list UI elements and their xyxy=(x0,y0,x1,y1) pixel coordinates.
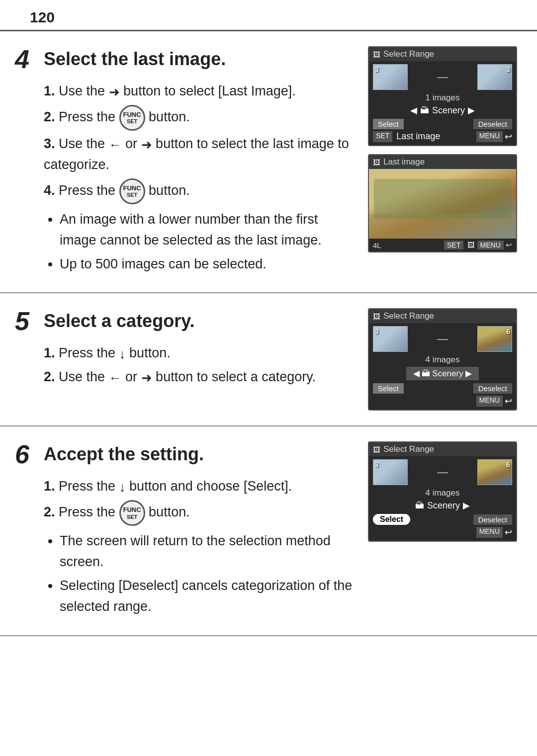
cam-menu-row-5: MENU ↩ xyxy=(373,396,512,407)
cam-back-arrow-big: ↩ xyxy=(506,241,512,249)
cam-body-5: 3 — 6 4 images ◀ 🏔 Scenery ▶ xyxy=(369,323,516,410)
cam-select-label-5: Select xyxy=(373,383,404,394)
cam-thumb-right-label-5: 6 xyxy=(506,328,510,336)
arrow-next-icon-6: ▶ xyxy=(463,500,470,511)
cam-thumb-right-label: 3 xyxy=(506,66,510,74)
cam-bottom-row-6: Select Deselect xyxy=(373,514,512,525)
cam-big-icon-label: 🖼 xyxy=(467,241,475,249)
cam-select-active-label: Select xyxy=(373,514,410,525)
section-5: 5 Select a category. 1. Press the ↓ butt… xyxy=(0,293,537,426)
cam-images-row-6: 3 — 6 xyxy=(373,459,512,485)
cam-category-box: ◀ 🏔 Scenery ▶ xyxy=(406,367,478,380)
step-5-body: 1. Press the ↓ button. 2. Use the ← or ➜… xyxy=(44,343,353,388)
cam-menu-row-6: MENU ↩ xyxy=(373,527,512,538)
list-item: 2. Press the FUNC SET button. xyxy=(44,500,353,526)
list-item: Selecting [Deselect] cancels categorizat… xyxy=(60,576,353,617)
cam-big-image xyxy=(369,169,516,239)
cam-thumb-left-6: 3 xyxy=(373,459,408,485)
cam-big-title: 🖼 Last image xyxy=(369,155,516,169)
cam-category-row: ◀ 🏔 Scenery ▶ xyxy=(373,105,512,116)
cam-dash-6: — xyxy=(437,466,448,479)
func-set-button-icon: FUNC SET xyxy=(119,105,145,131)
arrow-prev-icon-5: ◀ xyxy=(413,368,420,379)
cam-title-label-6: Select Range xyxy=(383,444,434,454)
cam-select-label: Select xyxy=(373,119,404,129)
cam-menu-row: SET Last image MENU ↩ xyxy=(373,131,512,142)
last-image-icon: 🖼 xyxy=(373,158,380,167)
step-6-body: 1. Press the ↓ button and choose [Select… xyxy=(44,476,353,617)
step-5-title: Select a category. xyxy=(44,311,195,332)
list-item: 3. Use the ← or ➜ button to select the l… xyxy=(44,134,353,175)
cam-dash-5: — xyxy=(437,333,448,345)
cam-images-row-5: 3 — 6 xyxy=(373,326,512,352)
cam-set-tag-big: SET xyxy=(444,241,463,250)
page-number: 120 xyxy=(0,0,537,31)
list-item: 2. Use the ← or ➜ button to select a cat… xyxy=(44,367,353,388)
func-set-button-icon: FUNC SET xyxy=(119,178,145,204)
cam-category-icon: 🏔 xyxy=(420,105,429,116)
func-set-button-icon-6: FUNC SET xyxy=(119,500,145,526)
cam-big-screen-last-image: 🖼 Last image 4L SET 🖼 MENU ↩ xyxy=(368,154,517,252)
cam-back-arrow-6: ↩ xyxy=(505,527,512,538)
arrow-down-icon-6: ↓ xyxy=(119,477,126,497)
cam-thumb-right-6: 6 xyxy=(477,459,512,485)
cam-thumb-left-5: 3 xyxy=(373,326,408,352)
cam-big-set-menu: SET 🖼 MENU ↩ xyxy=(444,241,512,250)
cam-category-label-5: Scenery xyxy=(432,369,463,379)
cam-screen-select-range-5: 🖼 Select Range 3 — 6 4 images ◀ xyxy=(368,308,517,411)
step-4-body: 1. Use the ➜ button to select [Last Imag… xyxy=(44,81,353,274)
cam-deselect-label: Deselect xyxy=(473,119,512,129)
list-item: 1. Use the ➜ button to select [Last Imag… xyxy=(44,81,353,102)
step-5-header: 5 Select a category. xyxy=(15,308,353,334)
cam-title-label-5: Select Range xyxy=(383,311,434,321)
step-4-header: 4 Select the last image. xyxy=(15,46,353,72)
section-5-left: 5 Select a category. 1. Press the ↓ butt… xyxy=(15,308,368,411)
select-range-icon-5: 🖼 xyxy=(373,312,380,321)
cam-dash: — xyxy=(437,71,448,84)
cam-images-count: 1 images xyxy=(373,93,512,103)
arrow-next-icon-5: ▶ xyxy=(465,368,472,379)
cam-screen-select-range-6: 🖼 Select Range 3 — 6 4 images 🏔 Scenery xyxy=(368,441,517,542)
list-item: 1. Press the ↓ button and choose [Select… xyxy=(44,476,353,497)
cam-big-bottom: 4L SET 🖼 MENU ↩ xyxy=(369,239,516,252)
arrow-right-icon: ➜ xyxy=(109,82,120,102)
step-6-title: Accept the setting. xyxy=(44,444,204,465)
list-item: An image with a lower number than the fi… xyxy=(60,209,353,251)
cam-menu-tag-6: MENU xyxy=(476,527,503,538)
list-item: The screen will return to the selection … xyxy=(60,531,353,573)
cam-title-bar-5: 🖼 Select Range xyxy=(369,309,516,323)
cam-menu-tag: MENU xyxy=(476,131,503,142)
cam-set-tag: SET xyxy=(373,131,392,142)
list-item: 4. Press the FUNC SET button. xyxy=(44,178,353,204)
arrow-down-icon: ↓ xyxy=(119,344,126,364)
cam-category-row-5: ◀ 🏔 Scenery ▶ xyxy=(373,367,512,380)
cam-category-icon-5: 🏔 xyxy=(422,369,430,379)
section-4-right: 🖼 Select Range 3 — 3 1 images ◀ 🏔 xyxy=(368,46,517,277)
cam-size-label: 4L xyxy=(373,241,381,250)
step-5-number: 5 xyxy=(15,308,37,334)
cam-category-label: Scenery xyxy=(432,105,465,116)
cam-deselect-label-5: Deselect xyxy=(473,383,512,394)
arrow-right-icon: ➜ xyxy=(141,135,152,155)
section-4: 4 Select the last image. 1. Use the ➜ bu… xyxy=(0,31,537,293)
step-4-title: Select the last image. xyxy=(44,49,226,70)
arrow-left-icon: ← xyxy=(109,368,122,388)
section-4-left: 4 Select the last image. 1. Use the ➜ bu… xyxy=(15,46,368,277)
cam-images-count-5: 4 images xyxy=(373,355,512,365)
cam-images-row: 3 — 3 xyxy=(373,64,512,90)
cam-thumb-left: 3 xyxy=(373,64,408,90)
step-6-header: 6 Accept the setting. xyxy=(15,441,353,467)
section-6-left: 6 Accept the setting. 1. Press the ↓ but… xyxy=(15,441,368,620)
step-6-number: 6 xyxy=(15,441,37,467)
cam-back-arrow-5: ↩ xyxy=(505,396,512,407)
section-5-right: 🖼 Select Range 3 — 6 4 images ◀ xyxy=(368,308,517,411)
cam-category-label-6: Scenery xyxy=(427,501,460,511)
cam-last-image-label: Last image xyxy=(396,131,440,142)
arrow-right-icon: ➜ xyxy=(141,368,152,388)
cam-body: 3 — 3 1 images ◀ 🏔 Scenery ▶ Select Dese xyxy=(369,61,516,145)
arrow-prev-icon: ◀ xyxy=(410,105,417,116)
section-6-right: 🖼 Select Range 3 — 6 4 images 🏔 Scenery xyxy=(368,441,517,620)
cam-thumb-right-label-6: 6 xyxy=(506,461,510,469)
list-item: 2. Press the FUNC SET button. xyxy=(44,105,353,131)
arrow-next-icon: ▶ xyxy=(468,105,475,116)
